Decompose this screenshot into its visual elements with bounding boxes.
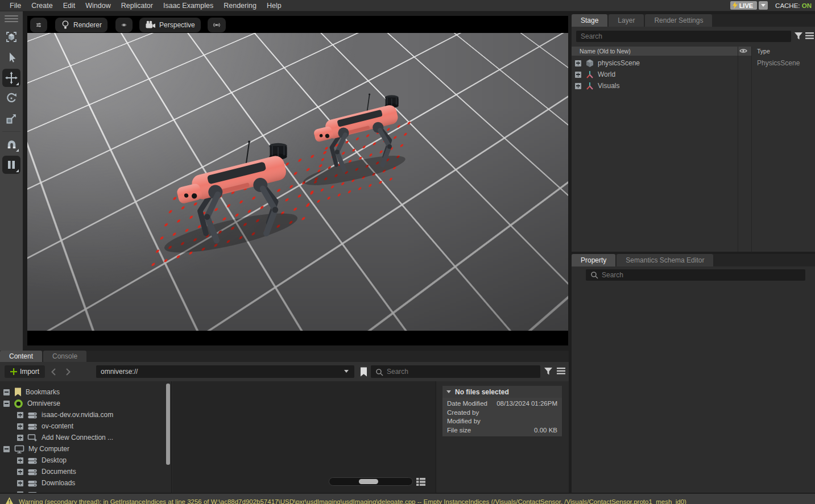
- expand-plus-icon[interactable]: [17, 480, 23, 486]
- camera-label: Perspective: [159, 21, 195, 29]
- viewport-render[interactable]: [27, 33, 568, 331]
- tree-row-my-computer[interactable]: My Computer: [0, 443, 167, 455]
- tree-row-isaac-dev[interactable]: isaac-dev.ov.nvidia.com: [0, 409, 167, 420]
- menu-rendering[interactable]: Rendering: [218, 2, 262, 10]
- collapse-minus-icon[interactable]: [3, 446, 10, 452]
- path-dropdown-icon[interactable]: [344, 370, 349, 373]
- tab-stage[interactable]: Stage: [572, 14, 607, 27]
- stage-options-button[interactable]: [805, 32, 814, 39]
- visibility-column-eye-icon[interactable]: [739, 47, 748, 55]
- drive-icon: [27, 490, 38, 493]
- stage-search-input[interactable]: [576, 31, 791, 42]
- expand-plus-icon[interactable]: [575, 83, 581, 89]
- stage-tabstrip: Stage Layer Render Settings: [572, 14, 815, 27]
- tab-content[interactable]: Content: [0, 351, 42, 362]
- select-tool-button[interactable]: [2, 48, 20, 66]
- capture-button[interactable]: [208, 18, 226, 32]
- camera-button[interactable]: Perspective: [139, 18, 201, 32]
- tree-row-documents[interactable]: Documents: [0, 466, 167, 477]
- renderer-button[interactable]: Renderer: [55, 18, 107, 32]
- live-dropdown-button[interactable]: [759, 1, 768, 10]
- expand-plus-icon[interactable]: [17, 457, 23, 464]
- viewport-tool-bar: [0, 11, 23, 351]
- tool-options-indicator: [16, 169, 19, 172]
- pause-button[interactable]: [2, 156, 20, 174]
- bookmark-icon: [360, 367, 367, 377]
- expand-plus-icon[interactable]: [17, 412, 23, 418]
- menu-window[interactable]: Window: [80, 2, 115, 10]
- collapse-minus-icon[interactable]: [3, 401, 10, 407]
- stage-row-physicsscene[interactable]: physicsScene PhysicsScene: [572, 57, 815, 69]
- drive-icon: [27, 467, 38, 477]
- toolbar-drag-handle[interactable]: [5, 15, 18, 22]
- menu-help[interactable]: Help: [262, 2, 287, 10]
- content-tabstrip: Content Console: [0, 351, 569, 362]
- import-button[interactable]: Import: [5, 365, 45, 378]
- tree-scrollbar[interactable]: [166, 384, 170, 465]
- forward-button[interactable]: [62, 368, 75, 376]
- viewport-3d[interactable]: Renderer Perspective: [27, 16, 568, 345]
- tab-layer[interactable]: Layer: [609, 14, 644, 27]
- details-header[interactable]: No files selected: [442, 386, 562, 398]
- bookmark-path-button[interactable]: [360, 367, 367, 377]
- scale-tool-button[interactable]: [2, 110, 20, 128]
- stage-row-visuals[interactable]: Visuals: [572, 80, 815, 91]
- warning-message[interactable]: Warning (secondary thread): in GetInstan…: [19, 497, 686, 504]
- stage-row-world[interactable]: World: [572, 69, 815, 80]
- server-drive-icon: [27, 410, 38, 420]
- monitor-icon: [14, 444, 24, 454]
- tab-semantics-schema-editor[interactable]: Semantics Schema Editor: [617, 254, 713, 266]
- slider-handle[interactable]: [359, 479, 378, 484]
- file-grid-area[interactable]: [172, 381, 436, 493]
- snap-tool-button[interactable]: [2, 135, 20, 153]
- path-bar[interactable]: omniverse://: [96, 365, 354, 378]
- view-mode-button[interactable]: [416, 478, 425, 486]
- menu-edit[interactable]: Edit: [58, 2, 81, 10]
- drive-icon: [27, 456, 38, 465]
- tab-render-settings[interactable]: Render Settings: [645, 14, 712, 27]
- tab-property[interactable]: Property: [572, 254, 615, 266]
- detail-row-modified-by: Modified by: [447, 417, 557, 426]
- tree-row-desktop[interactable]: Desktop: [0, 455, 167, 466]
- back-button[interactable]: [47, 368, 60, 376]
- tab-console[interactable]: Console: [43, 351, 86, 362]
- thumbnail-size-slider[interactable]: [329, 477, 413, 486]
- live-sync-button[interactable]: LIVE: [730, 1, 757, 10]
- expand-plus-icon[interactable]: [17, 435, 23, 441]
- stage-filter-button[interactable]: [794, 32, 803, 40]
- expand-plus-icon[interactable]: [17, 423, 23, 430]
- xform-icon: [585, 81, 594, 90]
- menu-isaac-examples[interactable]: Isaac Examples: [158, 2, 218, 10]
- tree-row-add-connection[interactable]: Add New Connection ...: [0, 432, 167, 443]
- add-connection-icon: [27, 433, 38, 443]
- menu-create[interactable]: Create: [26, 2, 58, 10]
- expand-plus-icon[interactable]: [575, 60, 581, 66]
- tree-row-bookmarks[interactable]: Bookmarks: [0, 386, 167, 398]
- lightbulb-icon: [61, 20, 70, 30]
- tree-row-partial[interactable]: [0, 489, 167, 493]
- tree-row-downloads[interactable]: Downloads: [0, 477, 167, 489]
- column-type[interactable]: Type: [757, 48, 770, 55]
- move-tool-button[interactable]: [2, 69, 20, 87]
- render-settings-button[interactable]: [30, 18, 47, 32]
- property-search-input[interactable]: [586, 269, 805, 281]
- content-search-input[interactable]: [371, 365, 540, 378]
- tree-row-ov-content[interactable]: ov-content: [0, 420, 167, 432]
- rotate-tool-button[interactable]: [2, 89, 20, 107]
- expand-plus-icon[interactable]: [17, 491, 23, 493]
- content-options-button[interactable]: [557, 368, 565, 374]
- content-filter-button[interactable]: [544, 367, 553, 376]
- menu-file[interactable]: File: [5, 2, 26, 10]
- tree-row-omniverse[interactable]: Omniverse: [0, 398, 167, 409]
- column-name[interactable]: Name (Old to New): [572, 47, 751, 56]
- filter-funnel-icon: [544, 367, 553, 376]
- frame-select-tool-button[interactable]: [2, 28, 20, 46]
- details-block: Date Modified08/13/2024 01:26PM Created …: [442, 398, 562, 436]
- expand-plus-icon[interactable]: [17, 469, 23, 475]
- menu-replicator[interactable]: Replicator: [116, 2, 158, 10]
- expand-plus-icon[interactable]: [575, 72, 581, 78]
- collapse-minus-icon[interactable]: [3, 389, 10, 395]
- omniverse-logo-icon: [14, 399, 23, 409]
- visibility-button[interactable]: [115, 18, 133, 32]
- warning-triangle-icon: [6, 497, 13, 504]
